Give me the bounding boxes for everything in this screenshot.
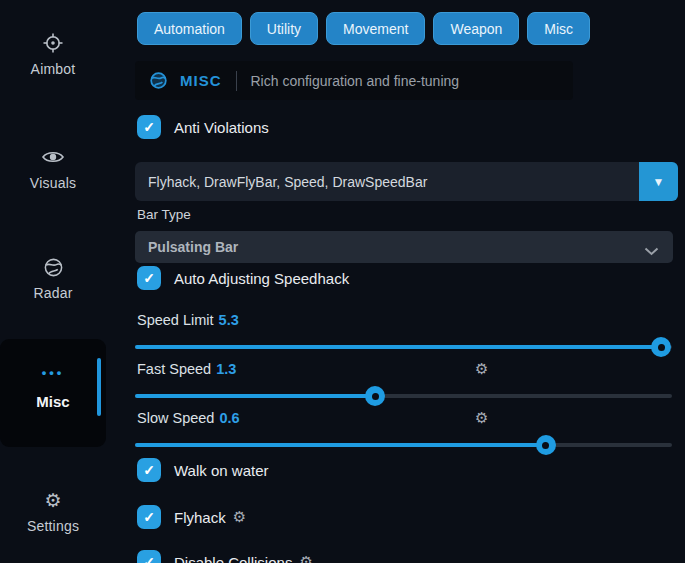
checkbox-checked-icon[interactable]: ✓ xyxy=(137,550,161,563)
divider xyxy=(236,71,237,91)
gear-icon: ⚙ xyxy=(0,488,106,512)
slow-speed-slider[interactable] xyxy=(135,435,672,455)
gear-icon[interactable]: ⚙ xyxy=(475,360,488,378)
fast-speed-value: 1.3 xyxy=(216,361,236,377)
slider-thumb[interactable] xyxy=(651,337,671,357)
sidebar-item-radar[interactable]: Radar xyxy=(0,255,106,301)
slider-thumb[interactable] xyxy=(365,386,385,406)
sidebar: Aimbot Visuals Radar ••• Misc ⚙ Settin xyxy=(0,0,130,563)
checkbox-label: Walk on water xyxy=(174,462,268,479)
speed-limit-slider[interactable] xyxy=(135,337,672,357)
slow-speed-value: 0.6 xyxy=(219,410,239,426)
fast-speed-slider[interactable] xyxy=(135,386,672,406)
checkbox-disable-collisions[interactable]: ✓ Disable Collisions ⚙ xyxy=(137,550,313,563)
select-value: Pulsating Bar xyxy=(135,239,238,255)
ellipsis-icon: ••• xyxy=(0,365,106,380)
slider-thumb[interactable] xyxy=(536,435,556,455)
sidebar-label: Settings xyxy=(0,518,106,534)
checkbox-anti-violations[interactable]: ✓ Anti Violations xyxy=(137,115,269,139)
slider-fill xyxy=(135,443,546,447)
crosshair-icon xyxy=(0,31,106,55)
eye-icon xyxy=(0,145,106,169)
cheat-menu-window: { "glyphs": { "check": "✓", "dropdown_ar… xyxy=(0,0,685,563)
checkbox-label: Anti Violations xyxy=(174,119,269,136)
checkbox-label: Flyhack xyxy=(174,509,226,526)
checkbox-checked-icon[interactable]: ✓ xyxy=(137,266,161,290)
speed-limit-label: Speed Limit5.3 xyxy=(137,312,239,328)
globe-icon xyxy=(0,255,106,279)
tab-utility[interactable]: Utility xyxy=(250,12,318,45)
checkbox-checked-icon[interactable]: ✓ xyxy=(137,505,161,529)
dropdown-arrow-icon: ▼ xyxy=(653,175,665,189)
checkbox-auto-adjusting-speedhack[interactable]: ✓ Auto Adjusting Speedhack xyxy=(137,266,349,290)
slow-speed-label: Slow Speed0.6 ⚙ xyxy=(137,410,240,426)
section-subtitle: Rich configuration and fine-tuning xyxy=(251,73,460,89)
sidebar-item-settings[interactable]: ⚙ Settings xyxy=(0,488,106,534)
speed-limit-value: 5.3 xyxy=(219,312,239,328)
globe-icon xyxy=(149,71,168,90)
bar-type-label: Bar Type xyxy=(137,207,191,222)
section-title: MISC xyxy=(180,72,222,89)
bars-multiselect[interactable]: Flyhack, DrawFlyBar, Speed, DrawSpeedBar… xyxy=(135,162,678,201)
tab-weapon[interactable]: Weapon xyxy=(433,12,519,45)
sidebar-item-misc-selected[interactable]: ••• Misc xyxy=(0,339,106,447)
sidebar-label: Aimbot xyxy=(0,61,106,77)
sidebar-item-aimbot[interactable]: Aimbot xyxy=(0,31,106,77)
gear-icon[interactable]: ⚙ xyxy=(475,409,488,427)
bar-type-select[interactable]: Pulsating Bar xyxy=(135,231,673,263)
slider-fill xyxy=(135,345,661,349)
checkbox-label: Auto Adjusting Speedhack xyxy=(174,270,349,287)
tab-misc[interactable]: Misc xyxy=(527,12,590,45)
category-tabs: Automation Utility Movement Weapon Misc xyxy=(137,12,590,45)
sidebar-label: Misc xyxy=(0,393,106,410)
gear-icon[interactable]: ⚙ xyxy=(299,553,312,563)
active-indicator-bar xyxy=(97,358,101,416)
tab-movement[interactable]: Movement xyxy=(326,12,425,45)
checkbox-flyhack[interactable]: ✓ Flyhack ⚙ xyxy=(137,505,246,529)
chevron-down-icon xyxy=(644,242,659,260)
checkbox-checked-icon[interactable]: ✓ xyxy=(137,115,161,139)
multiselect-value: Flyhack, DrawFlyBar, Speed, DrawSpeedBar xyxy=(135,174,427,190)
section-header: MISC Rich configuration and fine-tuning xyxy=(135,61,573,100)
fast-speed-label: Fast Speed1.3 ⚙ xyxy=(137,361,236,377)
main-content: Automation Utility Movement Weapon Misc … xyxy=(135,0,680,563)
sidebar-label: Radar xyxy=(0,285,106,301)
checkbox-label: Disable Collisions xyxy=(174,554,292,563)
sidebar-label: Visuals xyxy=(0,175,106,191)
dropdown-open-button[interactable]: ▼ xyxy=(639,162,678,201)
sidebar-item-visuals[interactable]: Visuals xyxy=(0,145,106,191)
tab-automation[interactable]: Automation xyxy=(137,12,242,45)
checkbox-walk-on-water[interactable]: ✓ Walk on water xyxy=(137,458,268,482)
checkbox-checked-icon[interactable]: ✓ xyxy=(137,458,161,482)
gear-icon[interactable]: ⚙ xyxy=(233,508,246,526)
slider-fill xyxy=(135,394,375,398)
